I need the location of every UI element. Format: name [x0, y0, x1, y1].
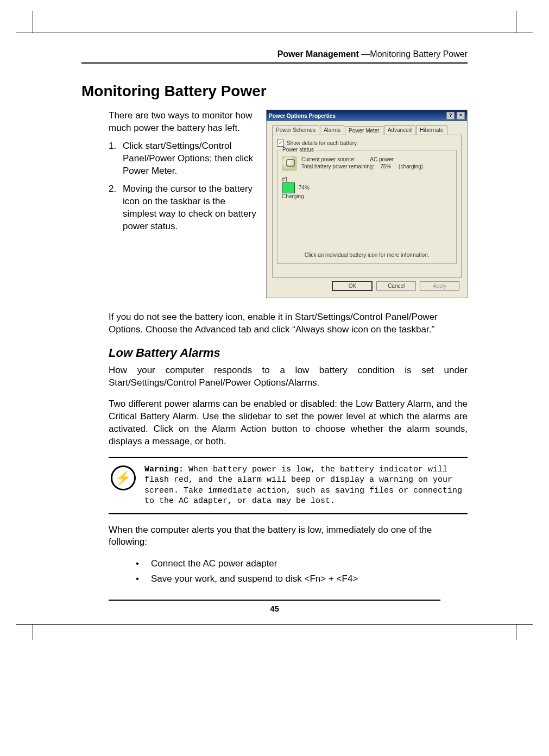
item-number: 2. — [109, 183, 123, 233]
list-item: • Save your work, and suspend to disk <F… — [136, 574, 468, 584]
tab-power-meter[interactable]: Power Meter — [345, 126, 383, 135]
list-item: 2. Moving the cursor to the battery icon… — [109, 183, 256, 233]
item-number: 1. — [109, 140, 123, 178]
footer-rule — [109, 600, 440, 601]
warning-body: When battery power is low, the battery i… — [144, 465, 462, 506]
list-item: • Connect the AC power adapter — [136, 558, 468, 569]
section-title: Monitoring Battery Power — [81, 83, 468, 100]
src-value: AC power — [370, 156, 394, 162]
crop-mark — [516, 625, 516, 640]
item-text: Moving the cursor to the battery icon on… — [123, 183, 256, 233]
warning-icon: ⚡ — [111, 465, 136, 490]
battery-number: #1 — [282, 177, 452, 182]
paragraph: If you do not see the battery icon, enab… — [109, 311, 468, 336]
intro-paragraph: There are two ways to monitor how much p… — [109, 110, 256, 135]
paragraph: When the computer alerts you that the ba… — [109, 524, 468, 549]
tab-strip: Power Schemes Alarms Power Meter Advance… — [272, 125, 462, 135]
tab-advanced[interactable]: Advanced — [384, 125, 415, 135]
apply-button: Apply — [420, 281, 459, 291]
show-details-checkbox[interactable]: ✓ — [277, 140, 284, 147]
rem-value: 75% — [380, 163, 391, 169]
plug-icon — [282, 156, 297, 171]
crop-mark — [33, 11, 34, 33]
rem-label: Total battery power remaining: — [301, 163, 374, 169]
cancel-button[interactable]: Cancel — [376, 281, 416, 291]
tab-power-schemes[interactable]: Power Schemes — [272, 125, 319, 135]
crop-mark — [33, 625, 33, 640]
header-bold: Power Management — [277, 49, 359, 59]
rem-state: (charging) — [399, 163, 423, 169]
checkbox-label: Show details for each battery. — [287, 140, 358, 146]
bullet-text: Save your work, and suspend to disk <Fn>… — [151, 574, 358, 584]
battery-pct: 74% — [299, 185, 310, 191]
subsection-title: Low Battery Alarms — [109, 346, 468, 360]
tab-panel: ✓ Show details for each battery. Power s… — [272, 135, 462, 278]
dialog-titlebar: Power Options Properties ? × — [267, 110, 467, 121]
bullet-text: Connect the AC power adapter — [151, 558, 277, 569]
close-icon[interactable]: × — [457, 112, 465, 119]
item-text: Click start/Settings/Control Panel/Power… — [123, 140, 256, 178]
crop-mark — [515, 11, 516, 33]
warning-text: Warning: When battery power is low, the … — [144, 464, 465, 507]
battery-icon[interactable] — [282, 182, 295, 193]
bullet-icon: • — [136, 558, 151, 569]
list-item: 1. Click start/Settings/Control Panel/Po… — [109, 140, 256, 178]
ok-button[interactable]: OK — [332, 281, 373, 291]
warning-box: ⚡ Warning: When battery power is low, th… — [109, 457, 468, 514]
paragraph: Two different power alarms can be enable… — [109, 398, 468, 448]
page-number: 45 — [81, 603, 468, 613]
bullet-icon: • — [136, 574, 151, 584]
battery-hint: Click an individual battery icon for mor… — [277, 252, 456, 258]
group-legend: Power status — [281, 147, 315, 153]
running-header: Power Management —Monitoring Battery Pow… — [81, 49, 468, 64]
src-label: Current power source: — [301, 156, 355, 162]
tab-alarms[interactable]: Alarms — [320, 125, 344, 135]
dialog-title: Power Options Properties — [269, 113, 336, 119]
header-rest: —Monitoring Battery Power — [359, 49, 468, 59]
paragraph: How your computer responds to a low batt… — [109, 364, 468, 389]
battery-state: Charging — [282, 193, 452, 199]
help-icon[interactable]: ? — [446, 112, 455, 119]
dialog-screenshot: Power Options Properties ? × Power Schem… — [266, 110, 468, 298]
warning-label: Warning: — [144, 465, 184, 474]
power-status-group: Power status Current power source: AC po… — [277, 150, 457, 264]
tab-hibernate[interactable]: Hibernate — [416, 125, 447, 135]
